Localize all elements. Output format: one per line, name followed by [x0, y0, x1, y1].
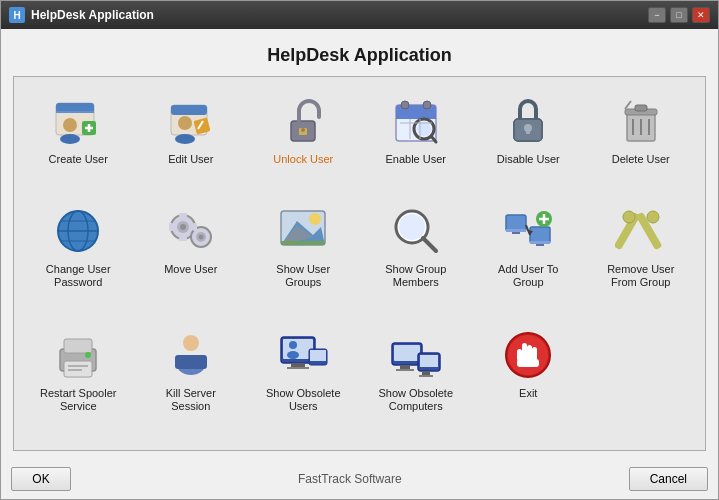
icon-item-exit[interactable]: Exit — [474, 321, 583, 440]
kill-server-session-label: Kill Server Session — [151, 387, 231, 413]
kill-server-session-icon — [163, 327, 219, 383]
svg-rect-51 — [169, 223, 173, 231]
delete-user-label: Delete User — [612, 153, 670, 166]
title-bar-left: H HelpDesk Application — [9, 7, 154, 23]
show-group-members-label: Show Group Members — [376, 263, 456, 289]
svg-rect-107 — [517, 359, 539, 367]
svg-rect-65 — [530, 241, 550, 244]
unlock-user-label: Unlock User — [273, 153, 333, 166]
ok-button[interactable]: OK — [11, 467, 71, 491]
remove-user-from-group-label: Remove User From Group — [601, 263, 681, 289]
svg-rect-98 — [420, 355, 438, 367]
edit-user-label: Edit User — [168, 153, 213, 166]
exit-label: Exit — [519, 387, 537, 400]
icon-grid: Create User Edit User — [24, 87, 695, 440]
svg-rect-34 — [635, 105, 647, 111]
icon-item-disable-user[interactable]: Disable User — [474, 87, 583, 193]
svg-point-21 — [423, 101, 431, 109]
exit-icon — [500, 327, 556, 383]
svg-rect-105 — [532, 347, 537, 361]
main-window: H HelpDesk Application − □ ✕ HelpDesk Ap… — [0, 0, 719, 500]
svg-rect-104 — [527, 345, 532, 361]
icon-item-unlock-user[interactable]: Unlock User — [249, 87, 358, 193]
icon-item-move-user[interactable]: Move User — [137, 197, 246, 316]
icon-item-edit-user[interactable]: Edit User — [137, 87, 246, 193]
title-bar: H HelpDesk Application − □ ✕ — [1, 1, 718, 29]
svg-rect-61 — [506, 215, 526, 231]
cancel-button[interactable]: Cancel — [629, 467, 708, 491]
icon-item-show-obsolete-computers[interactable]: Show Obsolete Computers — [362, 321, 471, 440]
svg-rect-9 — [171, 105, 207, 115]
icon-panel: Create User Edit User — [13, 76, 706, 451]
show-user-groups-icon — [275, 203, 331, 259]
create-user-icon — [50, 93, 106, 149]
disable-user-icon — [500, 93, 556, 149]
svg-rect-100 — [419, 375, 433, 377]
window-body: HelpDesk Application — [1, 29, 718, 459]
restore-button[interactable]: □ — [670, 7, 688, 23]
svg-point-74 — [623, 211, 635, 223]
icon-item-show-group-members[interactable]: Show Group Members — [362, 197, 471, 316]
icon-item-show-user-groups[interactable]: Show User Groups — [249, 197, 358, 316]
svg-point-16 — [301, 128, 305, 132]
show-obsolete-users-label: Show Obsolete Users — [263, 387, 343, 413]
svg-point-90 — [287, 351, 299, 359]
svg-point-56 — [309, 213, 321, 225]
svg-rect-19 — [396, 113, 436, 119]
svg-rect-84 — [175, 355, 207, 369]
svg-point-89 — [289, 341, 297, 349]
svg-point-45 — [180, 224, 186, 230]
move-user-icon — [163, 203, 219, 259]
add-user-to-group-icon — [500, 203, 556, 259]
icon-item-show-obsolete-users[interactable]: Show Obsolete Users — [249, 321, 358, 440]
show-obsolete-computers-icon — [388, 327, 444, 383]
add-user-to-group-label: Add User To Group — [488, 263, 568, 289]
window-title: HelpDesk Application — [31, 8, 154, 22]
icon-item-create-user[interactable]: Create User — [24, 87, 133, 193]
svg-rect-87 — [291, 363, 305, 367]
show-user-groups-label: Show User Groups — [263, 263, 343, 289]
show-obsolete-users-icon — [275, 327, 331, 383]
svg-rect-66 — [536, 244, 544, 246]
svg-rect-88 — [287, 367, 309, 369]
svg-rect-92 — [310, 350, 326, 361]
icon-item-kill-server-session[interactable]: Kill Server Session — [137, 321, 246, 440]
svg-point-82 — [183, 335, 199, 351]
svg-rect-99 — [422, 371, 430, 375]
icon-item-restart-spooler[interactable]: Restart Spooler Service — [24, 321, 133, 440]
svg-rect-52 — [193, 223, 197, 231]
svg-rect-94 — [394, 345, 420, 361]
close-button[interactable]: ✕ — [692, 7, 710, 23]
unlock-user-icon — [275, 93, 331, 149]
svg-line-60 — [423, 238, 436, 251]
icon-item-remove-user-from-group[interactable]: Remove User From Group — [587, 197, 696, 316]
svg-point-81 — [85, 352, 91, 358]
svg-rect-2 — [56, 111, 94, 113]
app-icon: H — [9, 7, 25, 23]
icon-item-change-password[interactable]: Change User Password — [24, 197, 133, 316]
title-bar-controls: − □ ✕ — [648, 7, 710, 23]
change-password-label: Change User Password — [38, 263, 118, 289]
remove-user-from-group-icon — [613, 203, 669, 259]
svg-rect-57 — [281, 241, 325, 245]
icon-item-delete-user[interactable]: Delete User — [587, 87, 696, 193]
svg-point-48 — [198, 235, 203, 240]
show-obsolete-computers-label: Show Obsolete Computers — [376, 387, 456, 413]
move-user-label: Move User — [164, 263, 217, 276]
icon-item-add-user-to-group[interactable]: Add User To Group — [474, 197, 583, 316]
svg-rect-103 — [522, 343, 527, 361]
footer-brand: FastTrack Software — [71, 472, 629, 486]
svg-point-59 — [399, 214, 425, 240]
restart-spooler-icon — [50, 327, 106, 383]
svg-rect-62 — [506, 229, 526, 232]
minimize-button[interactable]: − — [648, 7, 666, 23]
svg-rect-49 — [179, 213, 187, 217]
svg-rect-96 — [396, 369, 414, 371]
svg-point-23 — [417, 122, 431, 136]
svg-point-3 — [63, 118, 77, 132]
svg-point-4 — [60, 134, 80, 144]
footer: OK FastTrack Software Cancel — [1, 459, 718, 499]
svg-rect-64 — [530, 227, 550, 243]
disable-user-label: Disable User — [497, 153, 560, 166]
icon-item-enable-user[interactable]: Enable User — [362, 87, 471, 193]
